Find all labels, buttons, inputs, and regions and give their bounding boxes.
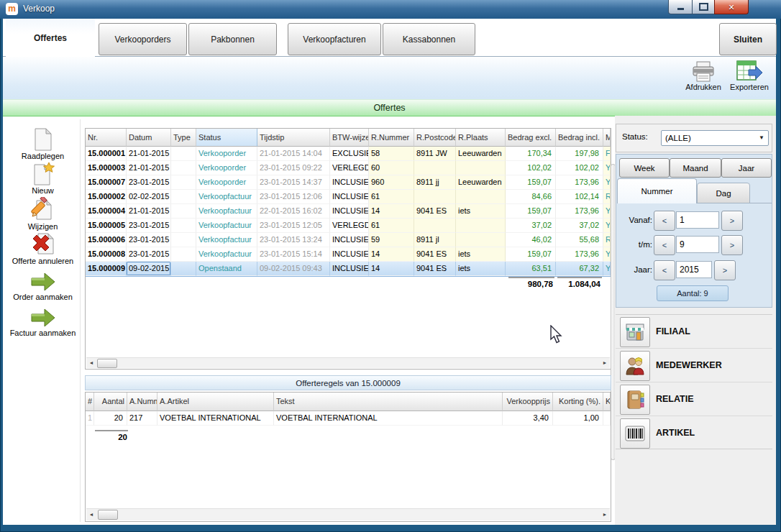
table-cell: INCLUSIEF xyxy=(330,175,369,190)
raadplegen-button[interactable]: Raadplegen xyxy=(6,128,80,160)
total-incl-value: 1.084,04 xyxy=(553,280,600,288)
table-row[interactable]: 15.00000523-01-2015Verkoopfactuur23-01-2… xyxy=(86,219,611,233)
table-row[interactable]: 15.00000202-02-2015Verkoopfactuur23-01-2… xyxy=(86,190,611,204)
column-header[interactable]: Ko xyxy=(603,393,611,411)
table-cell: 102,02 xyxy=(556,161,603,175)
table-cell: 55,68 xyxy=(556,233,603,247)
factuur-aanmaken-button[interactable]: Factuur aanmaken xyxy=(6,308,80,337)
maximize-button[interactable] xyxy=(692,0,716,14)
scroll-thumb[interactable] xyxy=(98,510,118,520)
detail-section-header: Offerteregels van 15.000009 xyxy=(85,375,611,390)
offerte-annuleren-label: Offerte annuleren xyxy=(12,257,73,265)
scroll-right-arrow[interactable]: ► xyxy=(600,358,610,368)
table-cell: Ypo xyxy=(603,175,611,190)
table-row[interactable]: 120217VOETBAL INTERNATIONALVOETBAL INTER… xyxy=(86,411,611,426)
scroll-right-arrow[interactable]: ► xyxy=(600,509,610,520)
scroll-left-arrow[interactable]: ◄ xyxy=(86,509,96,520)
column-header[interactable]: Korting (%). xyxy=(553,393,603,411)
table-cell: 63,51 xyxy=(506,262,556,276)
column-header[interactable]: R.Postcode xyxy=(414,129,456,147)
table-cell xyxy=(171,161,196,175)
column-header[interactable]: R.Nummer xyxy=(369,129,414,147)
scroll-left-arrow[interactable]: ◄ xyxy=(86,358,96,368)
status-dropdown[interactable]: (ALLE) ▼ xyxy=(661,130,769,146)
print-button[interactable]: Afdrukken xyxy=(677,60,729,91)
tab-dag[interactable]: Dag xyxy=(697,183,750,203)
column-header[interactable]: A.Artikel xyxy=(157,393,274,411)
tm-input[interactable] xyxy=(676,236,719,253)
column-header[interactable]: Tijdstip xyxy=(257,129,330,147)
column-header[interactable]: Tekst xyxy=(274,393,503,411)
column-header[interactable]: Bedrag excl. xyxy=(506,129,556,147)
column-header[interactable]: Type xyxy=(171,129,196,147)
tab-offertes[interactable]: Offertes xyxy=(6,19,95,57)
column-header[interactable]: Bedrag incl. xyxy=(556,129,603,147)
column-header[interactable]: M.N xyxy=(603,129,611,147)
column-header[interactable]: # xyxy=(86,393,94,411)
table-cell: 21-01-2015 14:04 xyxy=(257,147,330,161)
table-row[interactable]: 15.00000421-01-2015Verkoopfactuur22-01-2… xyxy=(86,204,611,219)
tab-nummer[interactable]: Nummer xyxy=(617,178,697,203)
tab-verkooporders[interactable]: Verkooporders xyxy=(99,23,187,55)
maand-button[interactable]: Maand xyxy=(670,158,721,178)
filiaal-button[interactable]: FILIAAL xyxy=(616,315,772,349)
tm-decrement-button[interactable]: < xyxy=(654,235,675,255)
vanaf-label: Vanaf: xyxy=(618,216,652,224)
column-header[interactable]: Aantal xyxy=(94,393,127,411)
nieuw-button[interactable]: Nieuw xyxy=(6,162,80,195)
column-header[interactable]: Datum xyxy=(127,129,171,147)
detail-horizontal-scrollbar[interactable]: ◄ ► xyxy=(86,508,610,520)
column-header[interactable]: Status xyxy=(196,129,257,147)
relatie-button[interactable]: RELATIE xyxy=(616,382,772,416)
table-cell: Verkooporder xyxy=(196,161,257,175)
column-header[interactable]: Nr. xyxy=(86,129,127,147)
table-cell: 217 xyxy=(127,411,157,426)
vanaf-increment-button[interactable]: > xyxy=(721,211,743,231)
close-button[interactable]: ✕ xyxy=(714,0,749,14)
column-header[interactable]: Verkoopprijs xyxy=(503,393,553,411)
vanaf-decrement-button[interactable]: < xyxy=(654,211,675,231)
table-cell: 20 xyxy=(94,411,127,426)
wijzigen-button[interactable]: Wijzigen xyxy=(6,197,80,231)
status-dropdown-value: (ALLE) xyxy=(665,134,691,142)
table-row[interactable]: 15.00000623-01-2015Verkoopfactuur23-01-2… xyxy=(86,233,611,247)
detail-section-title: Offerteregels van 15.000009 xyxy=(296,379,401,387)
table-row[interactable]: 15.00000723-01-2015Verkooporder23-01-201… xyxy=(86,175,611,190)
offerte-annuleren-button[interactable]: Offerte annuleren xyxy=(6,231,80,265)
people-icon xyxy=(620,351,650,381)
sluiten-button[interactable]: Sluiten xyxy=(719,23,777,55)
table-row[interactable]: 15.00000321-01-2015Verkooporder23-01-201… xyxy=(86,161,611,175)
table-cell xyxy=(171,175,196,190)
tm-label: t/m: xyxy=(618,240,652,249)
order-aanmaken-button[interactable]: Order aanmaken xyxy=(6,272,80,301)
table-cell: 09-02-2015 xyxy=(127,262,171,276)
table-row[interactable]: 15.00000823-01-2015Verkoopfactuur23-01-2… xyxy=(86,247,611,262)
column-header[interactable]: BTW-wijze xyxy=(330,129,369,147)
tab-pakbonnen[interactable]: Pakbonnen xyxy=(188,23,277,55)
week-button[interactable]: Week xyxy=(619,158,670,178)
table-cell: 23-01-2015 xyxy=(127,247,171,262)
artikel-button[interactable]: ARTIKEL xyxy=(616,416,772,449)
table-cell xyxy=(456,233,506,247)
minimize-button[interactable] xyxy=(668,0,693,14)
column-header[interactable]: R.Plaats xyxy=(456,129,506,147)
table-cell: 22-01-2015 16:02 xyxy=(257,204,330,219)
jaar-button[interactable]: Jaar xyxy=(721,158,772,178)
jaar-increment-button[interactable]: > xyxy=(714,260,736,280)
tm-increment-button[interactable]: > xyxy=(721,235,743,255)
vanaf-input[interactable] xyxy=(676,211,719,229)
table-cell: 46,02 xyxy=(506,233,556,247)
jaar-decrement-button[interactable]: < xyxy=(654,260,675,280)
tab-kassabonnen[interactable]: Kassabonnen xyxy=(383,23,475,55)
medewerker-button[interactable]: MEDEWERKER xyxy=(616,349,772,382)
export-button[interactable]: Exporteren xyxy=(723,60,775,91)
offers-horizontal-scrollbar[interactable]: ◄ ► xyxy=(86,357,610,368)
column-header[interactable]: A.Nummer xyxy=(127,393,157,411)
detail-total-aantal: 20 xyxy=(91,433,127,441)
document-cancel-icon xyxy=(31,231,55,256)
tab-verkoopfacturen[interactable]: Verkoopfacturen xyxy=(288,23,381,55)
jaar-input[interactable] xyxy=(676,261,712,278)
table-row[interactable]: 15.00000121-01-2015Verkooporder21-01-201… xyxy=(86,147,611,161)
scroll-thumb[interactable] xyxy=(97,359,117,368)
table-row[interactable]: 15.00000909-02-2015Openstaand09-02-2015 … xyxy=(86,262,611,276)
